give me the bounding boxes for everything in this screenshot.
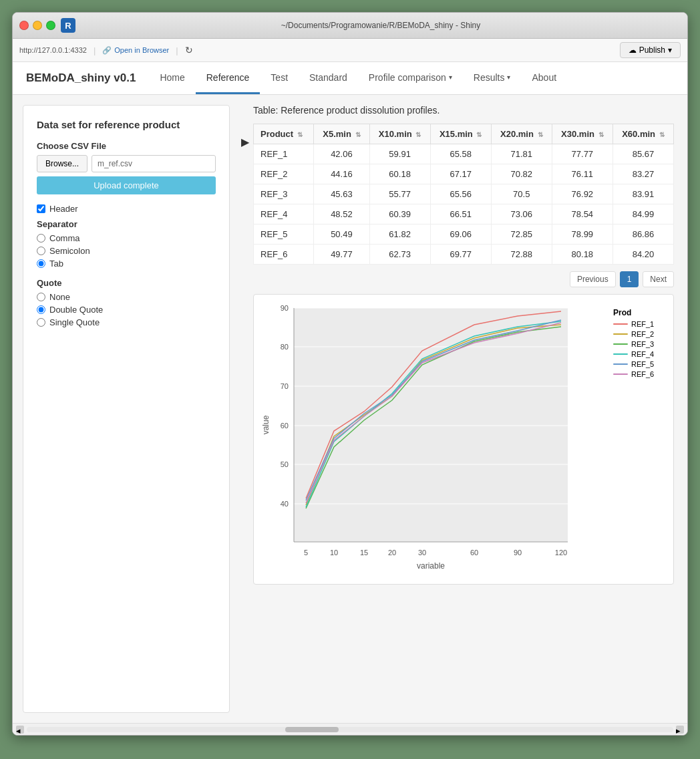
- chart-svg-wrap: 90 80 70 60 50 40 value 5 10 15: [260, 301, 606, 577]
- open-browser-button[interactable]: 🔗 Open in Browser: [102, 46, 169, 55]
- none-radio[interactable]: [37, 293, 45, 301]
- legend-line-ref3: [613, 343, 628, 345]
- svg-text:40: 40: [281, 500, 289, 508]
- page-1-button[interactable]: 1: [620, 271, 639, 287]
- comma-radio[interactable]: [37, 234, 45, 243]
- col-x20min[interactable]: X20.min ⇅: [491, 124, 552, 144]
- app-title: BEMoDA_shiny v0.1: [26, 62, 136, 94]
- legend-label-ref4: REF_4: [631, 350, 654, 358]
- cell-value: 73.06: [491, 204, 552, 224]
- table-wrapper: ▶ Product ⇅ X5.min ⇅: [253, 124, 674, 265]
- col-x5min[interactable]: X5.min ⇅: [314, 124, 369, 144]
- col-x10min[interactable]: X10.min ⇅: [369, 124, 430, 144]
- r-logo: R: [61, 18, 75, 33]
- cursor-indicator: ▶: [241, 136, 249, 148]
- table-row: REF_345.6355.7765.5670.576.9283.91: [254, 184, 674, 204]
- legend-ref6: REF_6: [613, 370, 667, 378]
- scrollbar-thumb[interactable]: [285, 727, 339, 732]
- cell-value: 69.77: [430, 245, 491, 265]
- browse-button[interactable]: Browse...: [37, 155, 88, 172]
- url-display: http://127.0.0.1:4332: [19, 46, 87, 54]
- legend-ref1: REF_1: [613, 320, 667, 328]
- legend-label-ref6: REF_6: [631, 370, 654, 378]
- nav-reference[interactable]: Reference: [196, 63, 260, 94]
- cell-value: 45.63: [314, 184, 369, 204]
- close-button[interactable]: [19, 21, 29, 30]
- nav-results[interactable]: Results ▾: [463, 63, 522, 94]
- chart-area: 90 80 70 60 50 40 value 5 10 15: [260, 301, 667, 577]
- svg-text:60: 60: [281, 422, 289, 430]
- data-table: Product ⇅ X5.min ⇅ X10.min ⇅: [253, 124, 674, 265]
- radio-doublequote-row: Double Quote: [37, 305, 216, 315]
- cell-value: 50.49: [314, 224, 369, 245]
- file-input-row: Browse... m_ref.csv: [37, 155, 216, 172]
- svg-text:10: 10: [330, 549, 338, 557]
- cell-value: 72.88: [491, 245, 552, 265]
- scroll-right-icon[interactable]: ▸: [676, 726, 684, 734]
- single-quote-label: Single Quote: [49, 317, 100, 327]
- svg-text:60: 60: [470, 549, 478, 557]
- col-x15min[interactable]: X15.min ⇅: [430, 124, 491, 144]
- col-product[interactable]: Product ⇅: [254, 124, 314, 144]
- header-label: Header: [49, 204, 78, 214]
- sort-x60-icon: ⇅: [659, 131, 665, 138]
- publish-button[interactable]: ☁ Publish ▾: [620, 42, 681, 58]
- upload-complete-bar: Upload complete: [37, 176, 216, 194]
- cell-value: 84.20: [612, 245, 673, 265]
- col-x60min[interactable]: X60.min ⇅: [612, 124, 673, 144]
- svg-text:15: 15: [360, 549, 368, 557]
- legend-line-ref1: [613, 323, 628, 325]
- browser-icon: 🔗: [102, 46, 112, 55]
- cell-value: 70.5: [491, 184, 552, 204]
- dropdown-arrow-icon: ▾: [449, 73, 452, 81]
- separator: |: [94, 45, 96, 55]
- nav-home[interactable]: Home: [149, 63, 195, 94]
- nav-profile-comparison[interactable]: Profile comparison ▾: [358, 63, 463, 94]
- cell-value: 61.82: [369, 224, 430, 245]
- title-bar: R ~/Documents/Programowanie/R/BEMoDA_shi…: [13, 13, 687, 39]
- nav-test[interactable]: Test: [260, 63, 299, 94]
- separator-label: Separator: [37, 219, 216, 229]
- sidebar-panel: Data set for reference product Choose CS…: [23, 105, 230, 713]
- col-x30min[interactable]: X30.min ⇅: [552, 124, 612, 144]
- single-quote-radio[interactable]: [37, 318, 45, 327]
- legend-ref5: REF_5: [613, 360, 667, 368]
- semicolon-radio[interactable]: [37, 247, 45, 255]
- nav-about[interactable]: About: [521, 63, 567, 94]
- maximize-button[interactable]: [46, 21, 55, 30]
- minimize-button[interactable]: [33, 21, 42, 30]
- legend-label-ref2: REF_2: [631, 330, 654, 338]
- cell-value: 71.81: [491, 144, 552, 164]
- reload-icon[interactable]: ↻: [185, 45, 193, 55]
- table-row: REF_244.1660.1867.1770.8276.1183.27: [254, 164, 674, 184]
- legend-label-ref3: REF_3: [631, 340, 654, 348]
- chart-legend: Prod REF_1 REF_2 REF_3: [613, 301, 667, 577]
- publish-icon: ☁: [629, 45, 637, 55]
- cell-product: REF_3: [254, 184, 314, 204]
- cell-value: 66.51: [430, 204, 491, 224]
- dropdown-arrow2-icon: ▾: [507, 73, 510, 81]
- svg-text:20: 20: [388, 549, 396, 557]
- cell-value: 76.92: [552, 184, 612, 204]
- double-quote-radio[interactable]: [37, 305, 45, 314]
- cell-product: REF_4: [254, 204, 314, 224]
- cell-value: 70.82: [491, 164, 552, 184]
- cell-value: 83.27: [612, 164, 673, 184]
- legend-line-ref6: [613, 373, 628, 375]
- svg-text:90: 90: [281, 304, 289, 312]
- radio-singlequote-row: Single Quote: [37, 317, 216, 327]
- header-checkbox[interactable]: [37, 204, 45, 213]
- svg-text:5: 5: [304, 549, 308, 557]
- sidebar-title: Data set for reference product: [37, 119, 216, 130]
- svg-text:70: 70: [281, 382, 289, 390]
- tab-radio[interactable]: [37, 259, 45, 268]
- nav-standard[interactable]: Standard: [299, 63, 358, 94]
- next-button[interactable]: Next: [643, 271, 674, 287]
- radio-tab-row: Tab: [37, 259, 216, 269]
- scroll-left-icon[interactable]: ◂: [16, 726, 24, 734]
- cell-value: 78.99: [552, 224, 612, 245]
- window-controls: [19, 21, 55, 30]
- previous-button[interactable]: Previous: [570, 271, 616, 287]
- svg-text:variable: variable: [417, 561, 445, 571]
- table-row: REF_448.5260.3966.5173.0678.5484.99: [254, 204, 674, 224]
